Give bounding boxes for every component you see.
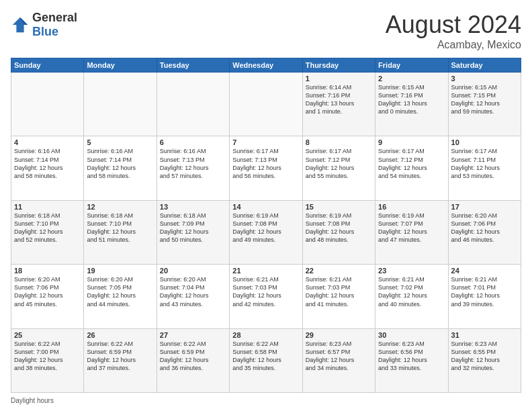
day-cell: 18Sunrise: 6:20 AM Sunset: 7:06 PM Dayli… (11, 265, 84, 328)
day-info: Sunrise: 6:19 AM Sunset: 7:08 PM Dayligh… (232, 212, 299, 244)
week-row-2: 4Sunrise: 6:16 AM Sunset: 7:14 PM Daylig… (11, 136, 521, 200)
weekday-wednesday: Wednesday (230, 58, 302, 73)
day-cell: 6Sunrise: 6:16 AM Sunset: 7:13 PM Daylig… (157, 136, 229, 200)
day-cell: 22Sunrise: 6:21 AM Sunset: 7:03 PM Dayli… (302, 265, 375, 328)
day-cell (157, 73, 229, 136)
day-info: Sunrise: 6:19 AM Sunset: 7:08 PM Dayligh… (306, 212, 372, 244)
day-cell: 31Sunrise: 6:23 AM Sunset: 6:55 PM Dayli… (448, 328, 521, 392)
day-cell: 1Sunrise: 6:14 AM Sunset: 7:16 PM Daylig… (302, 73, 375, 136)
day-cell: 15Sunrise: 6:19 AM Sunset: 7:08 PM Dayli… (302, 200, 375, 264)
logo-text: General Blue (32, 11, 77, 39)
day-number: 15 (306, 203, 372, 211)
week-row-1: 1Sunrise: 6:14 AM Sunset: 7:16 PM Daylig… (11, 73, 521, 136)
logo-blue: Blue (32, 25, 77, 39)
day-number: 27 (160, 331, 226, 339)
weekday-saturday: Saturday (448, 58, 521, 73)
day-number: 25 (14, 331, 81, 339)
day-number: 7 (232, 138, 299, 146)
logo: General Blue (11, 11, 77, 39)
day-cell: 23Sunrise: 6:21 AM Sunset: 7:02 PM Dayli… (375, 265, 448, 328)
day-info: Sunrise: 6:14 AM Sunset: 7:16 PM Dayligh… (306, 83, 372, 116)
week-row-3: 11Sunrise: 6:18 AM Sunset: 7:10 PM Dayli… (11, 200, 521, 264)
logo-general: General (32, 11, 77, 25)
day-cell: 27Sunrise: 6:22 AM Sunset: 6:59 PM Dayli… (157, 328, 229, 392)
day-number: 11 (14, 203, 81, 211)
day-info: Sunrise: 6:18 AM Sunset: 7:10 PM Dayligh… (14, 212, 81, 244)
day-number: 2 (378, 75, 445, 83)
day-info: Sunrise: 6:17 AM Sunset: 7:12 PM Dayligh… (306, 147, 372, 180)
day-number: 28 (232, 331, 299, 339)
day-number: 29 (306, 331, 372, 339)
day-number: 4 (14, 138, 81, 146)
day-cell: 26Sunrise: 6:22 AM Sunset: 6:59 PM Dayli… (84, 328, 157, 392)
day-number: 17 (451, 203, 518, 211)
weekday-monday: Monday (84, 58, 157, 73)
day-info: Sunrise: 6:23 AM Sunset: 6:55 PM Dayligh… (451, 340, 518, 373)
day-info: Sunrise: 6:18 AM Sunset: 7:10 PM Dayligh… (87, 212, 153, 244)
day-number: 3 (451, 75, 518, 83)
day-number: 22 (306, 267, 372, 275)
day-info: Sunrise: 6:20 AM Sunset: 7:04 PM Dayligh… (160, 275, 226, 308)
day-cell: 8Sunrise: 6:17 AM Sunset: 7:12 PM Daylig… (302, 136, 375, 200)
header: General Blue August 2024 Acambay, Mexico (11, 11, 521, 51)
day-cell: 14Sunrise: 6:19 AM Sunset: 7:08 PM Dayli… (230, 200, 302, 264)
day-info: Sunrise: 6:16 AM Sunset: 7:13 PM Dayligh… (160, 147, 226, 180)
day-cell: 17Sunrise: 6:20 AM Sunset: 7:06 PM Dayli… (448, 200, 521, 264)
day-info: Sunrise: 6:17 AM Sunset: 7:11 PM Dayligh… (451, 147, 518, 180)
day-number: 1 (306, 75, 372, 83)
day-number: 6 (160, 138, 226, 146)
month-title: August 2024 (386, 11, 521, 39)
footer: Daylight hours (11, 397, 521, 404)
day-cell: 2Sunrise: 6:15 AM Sunset: 7:16 PM Daylig… (375, 73, 448, 136)
day-cell: 28Sunrise: 6:22 AM Sunset: 6:58 PM Dayli… (230, 328, 302, 392)
day-info: Sunrise: 6:22 AM Sunset: 6:59 PM Dayligh… (87, 340, 153, 373)
day-cell: 29Sunrise: 6:23 AM Sunset: 6:57 PM Dayli… (302, 328, 375, 392)
day-info: Sunrise: 6:15 AM Sunset: 7:16 PM Dayligh… (378, 83, 445, 116)
daylight-label: Daylight hours (11, 397, 54, 404)
day-number: 10 (451, 138, 518, 146)
day-info: Sunrise: 6:20 AM Sunset: 7:05 PM Dayligh… (87, 275, 153, 308)
day-info: Sunrise: 6:20 AM Sunset: 7:06 PM Dayligh… (451, 212, 518, 244)
location: Acambay, Mexico (386, 39, 521, 51)
day-cell: 4Sunrise: 6:16 AM Sunset: 7:14 PM Daylig… (11, 136, 84, 200)
day-cell: 30Sunrise: 6:23 AM Sunset: 6:56 PM Dayli… (375, 328, 448, 392)
day-info: Sunrise: 6:23 AM Sunset: 6:56 PM Dayligh… (378, 340, 445, 373)
day-number: 8 (306, 138, 372, 146)
day-info: Sunrise: 6:19 AM Sunset: 7:07 PM Dayligh… (378, 212, 445, 244)
day-cell: 7Sunrise: 6:17 AM Sunset: 7:13 PM Daylig… (230, 136, 302, 200)
weekday-tuesday: Tuesday (157, 58, 229, 73)
day-cell: 20Sunrise: 6:20 AM Sunset: 7:04 PM Dayli… (157, 265, 229, 328)
weekday-header-row: SundayMondayTuesdayWednesdayThursdayFrid… (11, 58, 521, 73)
day-cell: 5Sunrise: 6:16 AM Sunset: 7:14 PM Daylig… (84, 136, 157, 200)
day-cell (230, 73, 302, 136)
day-number: 18 (14, 267, 81, 275)
day-number: 19 (87, 267, 153, 275)
day-cell: 10Sunrise: 6:17 AM Sunset: 7:11 PM Dayli… (448, 136, 521, 200)
page: General Blue August 2024 Acambay, Mexico… (0, 0, 532, 411)
day-info: Sunrise: 6:21 AM Sunset: 7:02 PM Dayligh… (378, 275, 445, 308)
day-info: Sunrise: 6:20 AM Sunset: 7:06 PM Dayligh… (14, 275, 81, 308)
day-cell: 9Sunrise: 6:17 AM Sunset: 7:12 PM Daylig… (375, 136, 448, 200)
day-number: 20 (160, 267, 226, 275)
week-row-4: 18Sunrise: 6:20 AM Sunset: 7:06 PM Dayli… (11, 265, 521, 328)
day-info: Sunrise: 6:22 AM Sunset: 6:58 PM Dayligh… (232, 340, 299, 373)
calendar-table: SundayMondayTuesdayWednesdayThursdayFrid… (11, 58, 521, 393)
day-number: 12 (87, 203, 153, 211)
day-cell: 13Sunrise: 6:18 AM Sunset: 7:09 PM Dayli… (157, 200, 229, 264)
day-cell: 19Sunrise: 6:20 AM Sunset: 7:05 PM Dayli… (84, 265, 157, 328)
day-info: Sunrise: 6:23 AM Sunset: 6:57 PM Dayligh… (306, 340, 372, 373)
day-info: Sunrise: 6:16 AM Sunset: 7:14 PM Dayligh… (87, 147, 153, 180)
day-cell: 11Sunrise: 6:18 AM Sunset: 7:10 PM Dayli… (11, 200, 84, 264)
day-number: 9 (378, 138, 445, 146)
day-number: 24 (451, 267, 518, 275)
day-info: Sunrise: 6:17 AM Sunset: 7:13 PM Dayligh… (232, 147, 299, 180)
day-number: 23 (378, 267, 445, 275)
day-info: Sunrise: 6:16 AM Sunset: 7:14 PM Dayligh… (14, 147, 81, 180)
day-number: 26 (87, 331, 153, 339)
weekday-thursday: Thursday (302, 58, 375, 73)
weekday-friday: Friday (375, 58, 448, 73)
day-info: Sunrise: 6:15 AM Sunset: 7:15 PM Dayligh… (451, 83, 518, 116)
weekday-sunday: Sunday (11, 58, 84, 73)
day-cell: 16Sunrise: 6:19 AM Sunset: 7:07 PM Dayli… (375, 200, 448, 264)
week-row-5: 25Sunrise: 6:22 AM Sunset: 7:00 PM Dayli… (11, 328, 521, 392)
